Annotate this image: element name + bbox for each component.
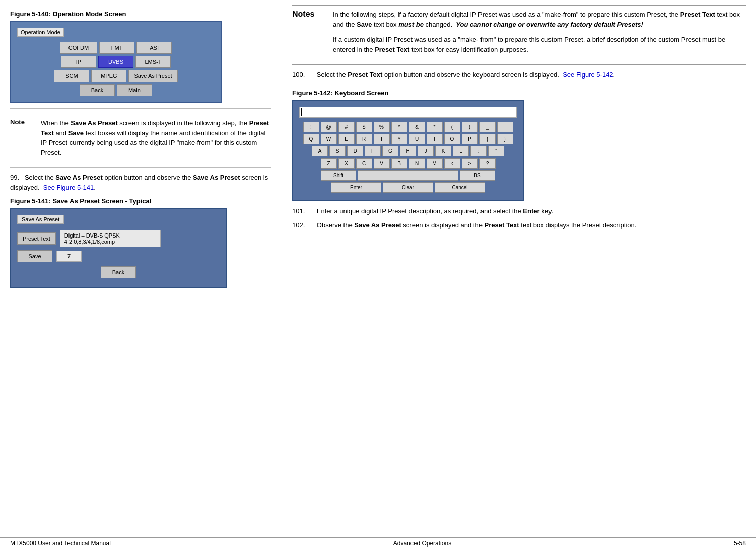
step-100-number: 100.	[292, 70, 311, 80]
key-colon[interactable]: :	[470, 146, 487, 156]
key-g[interactable]: G	[382, 146, 398, 156]
step-99-link[interactable]: See Figure 5-141	[43, 184, 94, 191]
key-n[interactable]: N	[409, 158, 425, 169]
key-f[interactable]: F	[365, 146, 381, 156]
key-a[interactable]: A	[312, 146, 328, 156]
op-row-2: IP DVBS LMS-T	[61, 56, 171, 68]
key-y[interactable]: Y	[391, 134, 407, 144]
key-c[interactable]: C	[356, 158, 372, 169]
step-102-bold-2: Preset Text	[485, 221, 519, 229]
preset-text-button[interactable]: Preset Text	[17, 232, 56, 245]
key-m[interactable]: M	[427, 158, 443, 169]
step-99-bold-1: Save As Preset	[55, 174, 102, 181]
key-question[interactable]: ?	[479, 158, 496, 169]
save-preset-screen-title: Save As Preset	[17, 215, 64, 224]
key-plus[interactable]: +	[497, 122, 513, 132]
cofdm-button[interactable]: COFDM	[60, 42, 97, 54]
key-lparen[interactable]: (	[444, 122, 460, 132]
key-gt[interactable]: >	[462, 158, 478, 169]
key-x[interactable]: X	[338, 158, 355, 169]
key-caret[interactable]: ^	[391, 122, 407, 132]
key-hash[interactable]: #	[338, 122, 355, 132]
dvbs-button[interactable]: DVBS	[98, 56, 133, 68]
divider-2	[10, 167, 271, 168]
step-102-bold-1: Save As Preset	[354, 221, 401, 229]
main-button-opmode[interactable]: Main	[117, 84, 152, 96]
op-mode-buttons: COFDM FMT ASI IP DVBS LMS-T SCM MPEG Sav…	[17, 42, 215, 96]
save-as-preset-button-opmode[interactable]: Save As Preset	[128, 70, 177, 82]
key-lt[interactable]: <	[444, 158, 460, 169]
key-z[interactable]: Z	[321, 158, 337, 169]
key-b[interactable]: B	[391, 158, 407, 169]
cancel-key[interactable]: Cancel	[435, 182, 485, 193]
key-amp[interactable]: &	[409, 122, 425, 132]
step-102: 102. Observe the Save As Preset screen i…	[292, 220, 746, 230]
key-e[interactable]: E	[338, 134, 355, 144]
key-k[interactable]: K	[435, 146, 451, 156]
save-number-field: 7	[56, 251, 82, 262]
key-j[interactable]: J	[418, 146, 434, 156]
key-o[interactable]: O	[444, 134, 460, 144]
operation-mode-label: Operation Mode	[17, 28, 64, 37]
key-underscore[interactable]: _	[479, 122, 496, 132]
key-percent[interactable]: %	[374, 122, 390, 132]
key-rparen[interactable]: )	[462, 122, 478, 132]
keyboard-input-field[interactable]	[299, 107, 517, 118]
key-lbrace[interactable]: {	[479, 134, 496, 144]
figure-141-section: Figure 5-141: Save As Preset Screen - Ty…	[10, 197, 271, 288]
key-r[interactable]: R	[356, 134, 372, 144]
bottom-bar: MTX5000 User and Technical Manual Advanc…	[0, 537, 756, 549]
enter-key[interactable]: Enter	[331, 182, 381, 193]
step-100-link[interactable]: See Figure 5-142	[563, 71, 613, 79]
figure-140-title: Figure 5-140: Operation Mode Screen	[10, 10, 271, 18]
step-101-number: 101.	[292, 206, 311, 216]
kbd-row-bottom: Enter Clear Cancel	[299, 182, 517, 193]
key-q[interactable]: Q	[303, 134, 319, 144]
back-button-opmode[interactable]: Back	[80, 84, 115, 96]
key-t[interactable]: T	[374, 134, 390, 144]
step-99: 99. Select the Save As Preset option but…	[10, 173, 271, 192]
bottom-left: MTX5000 User and Technical Manual	[10, 540, 111, 547]
key-at[interactable]: @	[321, 122, 337, 132]
mpeg-button[interactable]: MPEG	[91, 70, 126, 82]
key-d[interactable]: D	[347, 146, 363, 156]
key-u[interactable]: U	[409, 134, 425, 144]
asi-button[interactable]: ASI	[136, 42, 172, 54]
kbd-row-qwerty: Q W E R T Y U I O P { }	[299, 134, 517, 144]
scm-button[interactable]: SCM	[54, 70, 89, 82]
bottom-center: Advanced Operations	[393, 540, 451, 547]
clear-key[interactable]: Clear	[383, 182, 433, 193]
kbd-row-zxcv: Z X C V B N M < > ?	[299, 158, 517, 169]
key-i[interactable]: I	[427, 134, 443, 144]
key-rbrace[interactable]: }	[497, 134, 513, 144]
preset-text-row: Preset Text Digital – DVB-S QPSK4:2:0,8,…	[17, 230, 220, 247]
key-quote[interactable]: "	[488, 146, 504, 156]
fmt-button[interactable]: FMT	[99, 42, 134, 54]
key-s[interactable]: S	[329, 146, 346, 156]
figure-140-section: Figure 5-140: Operation Mode Screen Oper…	[10, 10, 271, 103]
key-v[interactable]: V	[374, 158, 390, 169]
key-h[interactable]: H	[400, 146, 416, 156]
notes-label: Notes	[292, 10, 325, 60]
key-dollar[interactable]: $	[356, 122, 372, 132]
bs-key[interactable]: BS	[460, 170, 495, 181]
note-label: Note	[10, 118, 33, 158]
ip-button[interactable]: IP	[61, 56, 96, 68]
spacebar-key[interactable]	[358, 170, 458, 181]
save-button-preset[interactable]: Save	[17, 250, 52, 262]
save-as-preset-screen: Save As Preset Preset Text Digital – DVB…	[10, 208, 227, 288]
note-content: When the Save As Preset screen is displa…	[41, 118, 271, 158]
figure-142-section: Figure 5-142: Keyboard Screen ! @ # $ % …	[292, 89, 746, 201]
key-star[interactable]: *	[427, 122, 443, 132]
key-exclaim[interactable]: !	[303, 122, 319, 132]
step-99-bold-2: Save As Preset	[193, 174, 240, 181]
key-l[interactable]: L	[453, 146, 469, 156]
key-w[interactable]: W	[321, 134, 337, 144]
step-101-bold: Enter	[523, 207, 539, 215]
lms-t-button[interactable]: LMS-T	[135, 56, 171, 68]
note-bold-3: Save	[68, 129, 84, 137]
figure-141-title: Figure 5-141: Save As Preset Screen - Ty…	[10, 197, 271, 205]
back-button-preset[interactable]: Back	[101, 266, 136, 278]
key-p[interactable]: P	[462, 134, 478, 144]
shift-key[interactable]: Shift	[321, 170, 356, 181]
